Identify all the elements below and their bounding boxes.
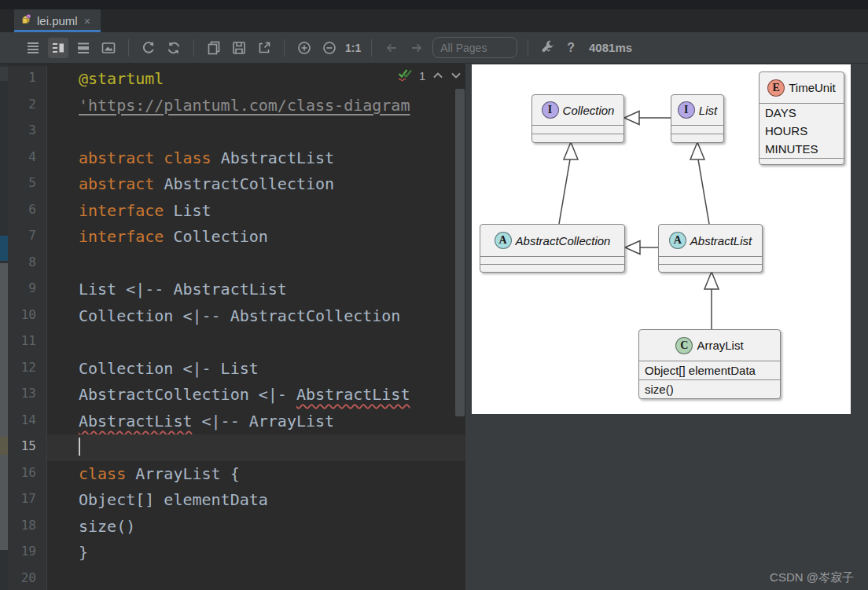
code-token: interface (79, 201, 173, 220)
uml-class-name: ArrayList (697, 339, 743, 352)
uml-class-name: List (699, 104, 717, 117)
code-line[interactable]: AbstractCollection <|- AbstractList (47, 382, 465, 409)
inspection-widget[interactable]: 1 (397, 68, 462, 82)
code-token: List (173, 201, 211, 220)
code-line[interactable] (47, 119, 465, 145)
settings-wrench-button[interactable] (538, 38, 558, 58)
code-line[interactable]: Collection <|-- AbstractCollection (47, 303, 465, 330)
zoom-in-button[interactable] (294, 38, 314, 58)
code-line[interactable]: size() (47, 514, 465, 541)
uml-methods-section (659, 264, 762, 272)
editor-row[interactable]: 20 (8, 566, 465, 590)
line-number: 1 (8, 66, 47, 93)
editor-row[interactable]: 8 (8, 251, 465, 277)
stripe-top-marker (0, 67, 8, 81)
editor-row[interactable]: 10Collection <|-- AbstractCollection (8, 303, 465, 330)
uml-class-header: AAbstractList (659, 225, 762, 256)
editor-row[interactable]: 11 (8, 329, 465, 356)
line-number: 11 (8, 329, 47, 356)
arrow-abstractcollection-implements-collection (559, 142, 578, 224)
editor-row[interactable]: 6interface List (8, 198, 465, 225)
code-line[interactable]: Collection <|- List (47, 356, 465, 383)
stripe-blue-marker[interactable] (0, 236, 8, 261)
reload-icon (141, 40, 156, 56)
line-number: 8 (8, 251, 47, 277)
code-line[interactable]: abstract AbstractCollection (47, 171, 465, 198)
tab-lei-puml[interactable]: lei.puml × (14, 9, 101, 32)
editor-row[interactable]: 13AbstractCollection <|- AbstractList (8, 382, 465, 409)
editor-row[interactable]: 17Object[] elementData (8, 487, 465, 514)
line-number: 2 (8, 93, 47, 119)
ide-window: lei.puml × (0, 0, 868, 590)
prev-page-button[interactable] (381, 38, 402, 58)
code-token: } (79, 543, 88, 562)
editor-row[interactable]: 3 (8, 119, 465, 145)
editor-row[interactable]: 7interface Collection (8, 224, 465, 251)
uml-class-name: AbstractList (690, 234, 752, 247)
image-view-button[interactable] (98, 38, 119, 58)
editor-row[interactable]: 2'https://plantuml.com/class-diagram (8, 93, 465, 119)
code-token: AbstractList (296, 385, 410, 404)
uml-class-header: CArrayList (639, 330, 780, 361)
code-token: @startuml (79, 69, 164, 88)
code-line[interactable]: 'https://plantuml.com/class-diagram (47, 93, 465, 119)
toolbar-separator (284, 39, 285, 57)
editor-row[interactable]: 12Collection <|- List (8, 356, 465, 383)
code-line[interactable]: AbstractList <|-- ArrayList (47, 409, 465, 435)
zoom-out-button[interactable] (319, 38, 340, 58)
arrow-abstractlist-extends-abstractcollection (625, 241, 658, 255)
editor-row[interactable]: 14AbstractList <|-- ArrayList (8, 409, 465, 435)
code-line[interactable]: List <|-- AbstractList (47, 277, 465, 303)
code-token: abstract (79, 174, 164, 193)
editor-row[interactable]: 5abstract AbstractCollection (8, 171, 465, 198)
editor-row[interactable]: 4abstract class AbstractList (8, 145, 465, 172)
code-line[interactable] (47, 329, 465, 356)
code-line[interactable]: interface Collection (47, 224, 465, 251)
diagram-canvas[interactable]: ICollectionIListETimeUnitDAYSHOURSMINUTE… (472, 64, 851, 414)
line-number: 9 (8, 277, 47, 303)
uml-fields-section: DAYSHOURSMINUTES (760, 103, 844, 158)
code-line[interactable] (47, 434, 465, 461)
toolbar-separator (193, 39, 194, 57)
code-token: AbstractList (79, 412, 193, 431)
help-button[interactable]: ? (567, 41, 575, 55)
uml-class-name: TimeUnit (789, 81, 835, 94)
export-diagram-button[interactable] (254, 38, 274, 58)
chevron-up-icon[interactable] (432, 71, 443, 79)
editor-row[interactable]: 15 (8, 434, 465, 461)
toolbar-separator (528, 39, 528, 57)
line-number: 6 (8, 198, 47, 225)
zoom-actual-button[interactable]: 1:1 (345, 42, 361, 54)
chevron-down-icon[interactable] (451, 71, 462, 79)
preview-layout-button[interactable] (73, 38, 94, 58)
editor-row[interactable]: 9List <|-- AbstractList (8, 277, 465, 303)
stripe-scroll-thumb[interactable] (0, 263, 8, 550)
auto-refresh-button[interactable] (164, 38, 184, 58)
code-line[interactable] (47, 251, 465, 277)
code-line[interactable]: abstract class AbstractList (47, 145, 465, 172)
editor-row[interactable]: 18size() (8, 514, 465, 541)
split-view-button[interactable] (48, 38, 68, 58)
next-page-button[interactable] (406, 38, 427, 58)
code-line[interactable] (47, 566, 465, 590)
tab-close-icon[interactable]: × (84, 16, 90, 27)
stereotype-e-icon: E (767, 79, 785, 97)
code-line[interactable]: class ArrayList { (47, 461, 465, 488)
editor-row[interactable]: 16class ArrayList { (8, 461, 465, 488)
save-diagram-button[interactable] (229, 38, 249, 58)
uml-fields-section (480, 256, 624, 264)
uml-fields-section (671, 125, 723, 134)
source-view-button[interactable] (23, 38, 43, 58)
reload-button[interactable] (138, 38, 159, 58)
page-selector-dropdown[interactable]: All Pages (432, 37, 517, 58)
code-line[interactable]: Object[] elementData (47, 487, 465, 514)
uml-methods-section (532, 134, 623, 142)
code-line[interactable]: } (47, 540, 465, 566)
copy-diagram-button[interactable] (204, 38, 224, 58)
export-icon (256, 40, 272, 56)
source-view-icon (25, 40, 41, 56)
code-editor[interactable]: 1@startuml2'https://plantuml.com/class-d… (8, 64, 465, 590)
code-line[interactable]: interface List (47, 198, 465, 225)
editor-scrollbar-thumb[interactable] (455, 89, 465, 416)
editor-row[interactable]: 19} (8, 540, 465, 566)
